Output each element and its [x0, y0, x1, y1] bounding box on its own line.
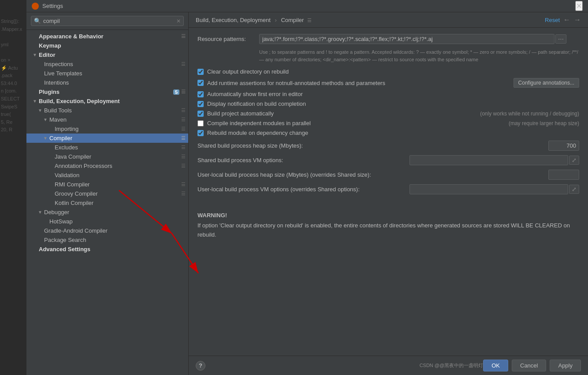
- display-notification-checkbox[interactable]: [197, 101, 204, 107]
- build-auto-note: (only works while not running / debuggin…: [480, 111, 579, 117]
- sidebar-item-annotation-processors[interactable]: Annotation Processors ☰: [26, 161, 188, 171]
- sidebar-item-build-tools[interactable]: ▼ Build Tools ☰: [26, 106, 188, 115]
- sidebar-item-label: Java Compiler: [55, 153, 181, 160]
- sidebar-item-package-search[interactable]: Package Search: [26, 235, 188, 245]
- sidebar-item-label: RMI Compiler: [55, 181, 181, 188]
- resource-patterns-label: Resource patterns:: [197, 36, 255, 42]
- sidebar-item-label: Intentions: [44, 79, 188, 86]
- clear-output-label: Clear output directory on rebuild: [207, 68, 579, 75]
- header-actions: Reset ← →: [545, 16, 581, 24]
- back-button[interactable]: ←: [563, 16, 570, 24]
- sidebar-item-debugger[interactable]: ▼ Debugger: [26, 208, 188, 217]
- app-icon: [32, 3, 39, 10]
- warning-section: WARNING! If option 'Clear output directo…: [197, 203, 579, 240]
- sidebar-item-editor[interactable]: ▼ Editor: [26, 50, 188, 59]
- add-runtime-checkbox[interactable]: [197, 80, 204, 86]
- sidebar: 🔍 ✕ Appearance & Behavior ☰ Keymap ▼: [26, 12, 189, 375]
- sidebar-item-rmi-compiler[interactable]: RMI Compiler ☰: [26, 180, 188, 189]
- sidebar-item-label: Importing: [55, 126, 181, 132]
- bottom-buttons: OK Cancel Apply: [483, 360, 581, 371]
- shared-vm-input[interactable]: [409, 155, 568, 165]
- credits-text: CSDN @@黑夜中的一盏明灯: [420, 362, 484, 369]
- checkbox-compile-parallel: Compile independent modules in parallel …: [197, 120, 579, 126]
- close-button[interactable]: ✕: [575, 1, 583, 11]
- resource-patterns-input[interactable]: [259, 34, 555, 44]
- sidebar-item-hotswap[interactable]: HotSwap: [26, 217, 188, 226]
- settings-icon: ☰: [181, 61, 186, 67]
- sidebar-item-maven[interactable]: ▼ Maven ☰: [26, 115, 188, 124]
- search-icon: 🔍: [34, 18, 41, 24]
- checkbox-build-auto: Build project automatically (only works …: [197, 110, 579, 117]
- compile-parallel-checkbox[interactable]: [197, 120, 204, 126]
- shared-vm-expand-btn[interactable]: ⤢: [569, 156, 579, 165]
- user-vm-input[interactable]: [409, 184, 568, 194]
- help-button[interactable]: ?: [196, 361, 205, 371]
- sidebar-item-label: Debugger: [44, 209, 188, 215]
- build-auto-checkbox[interactable]: [197, 111, 204, 117]
- settings-icon: ☰: [181, 191, 186, 197]
- plugins-badge: 5: [173, 89, 179, 95]
- resource-patterns-help: Use ; to separate patterns and ! to nega…: [197, 48, 579, 63]
- reset-button[interactable]: Reset: [545, 17, 560, 23]
- toggle-icon: ▼: [42, 117, 48, 122]
- configure-annotations-button[interactable]: Configure annotations...: [514, 78, 579, 88]
- settings-icon: ☰: [181, 126, 186, 132]
- sidebar-item-label: Build, Execution, Deployment: [39, 98, 188, 104]
- tree-area: Appearance & Behavior ☰ Keymap ▼ Editor …: [26, 30, 188, 375]
- sidebar-item-build-execution[interactable]: ▼ Build, Execution, Deployment: [26, 97, 188, 106]
- sidebar-item-excludes[interactable]: Excludes ☰: [26, 143, 188, 152]
- sidebar-item-label: Editor: [39, 52, 188, 58]
- resource-patterns-expand-btn[interactable]: ⋯: [555, 34, 566, 44]
- main-content: 🔍 ✕ Appearance & Behavior ☰ Keymap ▼: [26, 12, 588, 375]
- breadcrumb: Build, Execution, Deployment › Compiler …: [196, 17, 312, 23]
- sidebar-item-label: Excludes: [55, 144, 181, 151]
- sidebar-item-validation[interactable]: Validation: [26, 171, 188, 180]
- sidebar-item-inspections[interactable]: Inspections ☰: [26, 59, 188, 69]
- clear-output-checkbox[interactable]: [197, 69, 204, 75]
- build-auto-label: Build project automatically: [207, 110, 476, 117]
- sidebar-item-keymap[interactable]: Keymap: [26, 41, 188, 50]
- shared-vm-label: Shared build process VM options:: [197, 157, 409, 163]
- search-wrap[interactable]: 🔍 ✕: [31, 16, 184, 26]
- auto-show-error-checkbox[interactable]: [197, 91, 204, 97]
- breadcrumb-menu-icon[interactable]: ☰: [307, 18, 312, 23]
- sidebar-item-java-compiler[interactable]: Java Compiler ☰: [26, 152, 188, 161]
- sidebar-item-label: Advanced Settings: [39, 246, 188, 252]
- sidebar-item-gradle-android[interactable]: Gradle-Android Compiler: [26, 226, 188, 235]
- sidebar-item-advanced-settings[interactable]: Advanced Settings: [26, 245, 188, 254]
- sidebar-item-label: HotSwap: [49, 218, 188, 225]
- window-title: Settings: [42, 3, 63, 9]
- ok-button[interactable]: OK: [483, 360, 508, 371]
- sidebar-item-intentions[interactable]: Intentions: [26, 78, 188, 87]
- user-vm-expand-btn[interactable]: ⤢: [569, 185, 579, 194]
- settings-icon: ☰: [181, 108, 186, 113]
- search-input[interactable]: [43, 18, 176, 24]
- user-vm-label: User-local build process VM options (ove…: [197, 186, 409, 193]
- compile-parallel-note: (may require larger heap size): [509, 120, 579, 126]
- shared-heap-input[interactable]: [548, 141, 579, 151]
- user-heap-label: User-local build process heap size (Mbyt…: [197, 171, 548, 178]
- right-panel: Build, Execution, Deployment › Compiler …: [189, 12, 588, 375]
- checkbox-rebuild-dependency: Rebuild module on dependency change: [197, 130, 579, 136]
- sidebar-item-groovy-compiler[interactable]: Groovy Compiler ☰: [26, 189, 188, 198]
- cancel-button[interactable]: Cancel: [512, 360, 546, 371]
- right-header: Build, Execution, Deployment › Compiler …: [189, 12, 588, 28]
- sidebar-item-plugins[interactable]: Plugins 5 ☰: [26, 87, 188, 97]
- user-heap-input[interactable]: [548, 170, 579, 180]
- sidebar-item-appearance[interactable]: Appearance & Behavior ☰: [26, 32, 188, 41]
- rebuild-dependency-label: Rebuild module on dependency change: [207, 130, 579, 136]
- settings-icon: ☰: [181, 33, 186, 39]
- sidebar-item-importing[interactable]: Importing ☰: [26, 124, 188, 134]
- shared-vm-row: Shared build process VM options: ⤢: [197, 155, 579, 165]
- forward-button[interactable]: →: [574, 16, 581, 24]
- breadcrumb-current: Compiler: [281, 17, 304, 23]
- settings-icon: ☰: [181, 117, 186, 123]
- search-clear-icon[interactable]: ✕: [176, 18, 181, 24]
- apply-button[interactable]: Apply: [550, 360, 581, 371]
- sidebar-item-live-templates[interactable]: Live Templates: [26, 69, 188, 78]
- checkbox-add-runtime: Add runtime assertions for notnull-annot…: [197, 78, 579, 88]
- sidebar-item-label: Package Search: [44, 237, 188, 243]
- sidebar-item-compiler[interactable]: ▼ Compiler ☰: [26, 134, 188, 143]
- rebuild-dependency-checkbox[interactable]: [197, 130, 204, 136]
- sidebar-item-kotlin-compiler[interactable]: Kotlin Compiler: [26, 198, 188, 208]
